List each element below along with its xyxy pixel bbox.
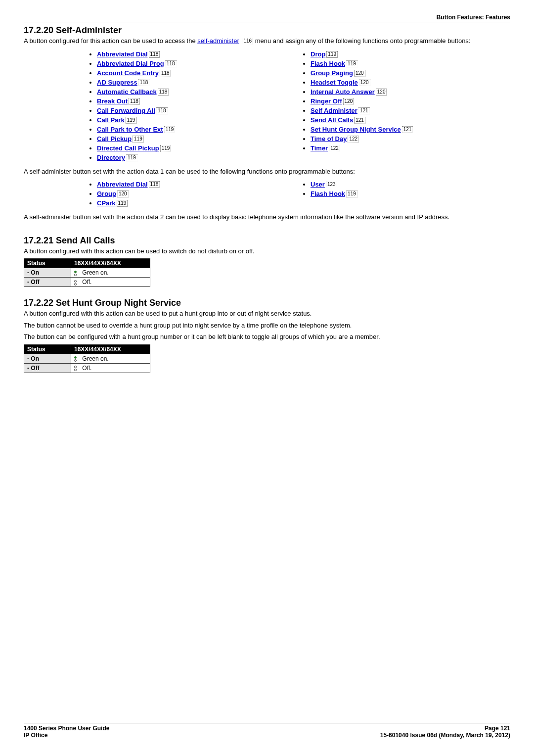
page-ref: 119 xyxy=(346,60,357,67)
intro-self-administer: A button configured for this action can … xyxy=(24,37,510,46)
feature-link[interactable]: Abbreviated Dial Prog xyxy=(97,60,164,67)
feature-link[interactable]: Drop xyxy=(311,50,325,58)
end-paragraph: A self-administer button set with the ac… xyxy=(24,213,510,222)
feature-list-right: Drop119Flash Hook119Group Paging120Heads… xyxy=(302,48,510,163)
status-cell: - Off xyxy=(24,363,71,373)
list-item: Abbreviated Dial Prog118 xyxy=(97,60,297,67)
page-ref: 120 xyxy=(117,190,129,197)
page-ref: 120 xyxy=(354,70,365,77)
feature-list2-left: Abbreviated Dial118Group120CPark119 xyxy=(88,179,297,209)
section-heading-hunt-group: 17.2.22 Set Hunt Group Night Service xyxy=(24,298,510,308)
table-row: - On Green on. xyxy=(24,354,150,363)
feature-list2-columns: Abbreviated Dial118Group120CPark119 User… xyxy=(24,179,510,209)
list-item: Abbreviated Dial118 xyxy=(97,50,297,58)
table-row: - Off Off. xyxy=(24,363,150,373)
value-text: Green on. xyxy=(81,355,109,362)
status-cell: - On xyxy=(24,268,71,278)
value-cell: Green on. xyxy=(71,354,150,363)
page-ref: 118 xyxy=(129,98,140,105)
feature-link[interactable]: Call Park xyxy=(97,116,125,124)
status-table-sac: Status 16XX/44XX/64XX - On Green on.- Of… xyxy=(24,258,150,287)
feature-link[interactable]: Break Out xyxy=(97,97,128,105)
list-item: Directed Call Pickup119 xyxy=(97,144,297,152)
hg-p2: The button cannot be used to override a … xyxy=(24,321,510,330)
hg-p1: A button configured with this action can… xyxy=(24,309,510,318)
page-ref: 120 xyxy=(343,98,355,105)
page-ref: 118 xyxy=(149,181,160,188)
page-ref: 119 xyxy=(126,154,137,161)
value-cell: Off. xyxy=(71,278,150,287)
feature-link[interactable]: Call Park to Other Ext xyxy=(97,126,163,133)
page-ref: 122 xyxy=(348,136,359,142)
feature-link[interactable]: Call Pickup xyxy=(97,135,132,142)
page-ref: 123 xyxy=(326,181,337,188)
feature-link[interactable]: Directed Call Pickup xyxy=(97,144,159,152)
feature-link[interactable]: Flash Hook xyxy=(311,190,345,197)
page-ref: 119 xyxy=(164,126,176,133)
feature-link[interactable]: Account Code Entry xyxy=(97,69,159,77)
footer-right: Page 121 15-601040 Issue 06d (Monday, Ma… xyxy=(380,725,510,739)
feature-list-left: Abbreviated Dial118Abbreviated Dial Prog… xyxy=(88,48,297,163)
feature-link[interactable]: User xyxy=(311,181,325,188)
lamp-icon xyxy=(74,356,79,362)
feature-link[interactable]: Directory xyxy=(97,154,125,161)
mid-paragraph: A self-administer button set with the ac… xyxy=(24,167,510,176)
page-ref: 122 xyxy=(329,145,340,152)
list-item: Drop119 xyxy=(311,50,510,58)
list-item: User123 xyxy=(311,181,510,188)
th-model: 16XX/44XX/64XX xyxy=(71,344,150,354)
feature-list2-right: User123Flash Hook119 xyxy=(302,179,510,209)
table-row: - On Green on. xyxy=(24,268,150,278)
feature-link[interactable]: Timer xyxy=(311,144,328,152)
feature-link[interactable]: Group Paging xyxy=(311,69,353,77)
intro-post-text: menu and assign any of the following fun… xyxy=(255,37,471,45)
list-item: Break Out118 xyxy=(97,97,297,105)
feature-link[interactable]: Call Forwarding All xyxy=(97,107,155,114)
status-cell: - On xyxy=(24,354,71,363)
hg-p3: The button can be configured with a hunt… xyxy=(24,332,510,341)
feature-link[interactable]: Self Administer xyxy=(311,107,357,114)
page-ref: 118 xyxy=(158,89,169,95)
page-ref: 118 xyxy=(149,51,160,58)
list-item: Headset Toggle120 xyxy=(311,79,510,86)
feature-link[interactable]: Send All Calls xyxy=(311,116,353,124)
intro-send-all-calls: A button configured with this action can… xyxy=(24,247,510,256)
list-item: Internal Auto Answer120 xyxy=(311,88,510,95)
value-text: Off. xyxy=(81,365,91,372)
list-item: Call Park119 xyxy=(97,116,297,124)
list-item: Ringer Off120 xyxy=(311,97,510,105)
list-item: Directory119 xyxy=(97,154,297,161)
feature-link[interactable]: Set Hunt Group Night Service xyxy=(311,126,401,133)
value-cell: Green on. xyxy=(71,268,150,278)
page-footer: 1400 Series Phone User Guide IP Office P… xyxy=(24,723,510,739)
page-ref: 118 xyxy=(160,70,171,77)
feature-link[interactable]: Ringer Off xyxy=(311,97,342,105)
page-ref: 119 xyxy=(346,190,357,197)
list-item: Timer122 xyxy=(311,144,510,152)
list-item: Set Hunt Group Night Service121 xyxy=(311,126,510,133)
feature-link[interactable]: Abbreviated Dial xyxy=(97,181,148,188)
footer-left-bottom: IP Office xyxy=(24,732,109,739)
feature-link[interactable]: Automatic Callback xyxy=(97,88,157,95)
page-ref: 119 xyxy=(117,200,128,207)
feature-link[interactable]: Internal Auto Answer xyxy=(311,88,375,95)
list-item: CPark119 xyxy=(97,199,297,207)
feature-link[interactable]: Headset Toggle xyxy=(311,79,358,86)
page-header-right: Button Features: Features xyxy=(24,14,510,22)
page-ref: 120 xyxy=(376,89,387,95)
feature-link[interactable]: CPark xyxy=(97,199,116,207)
feature-link[interactable]: Flash Hook xyxy=(311,60,345,67)
list-item: Group120 xyxy=(97,190,297,197)
feature-link[interactable]: Time of Day xyxy=(311,135,347,142)
feature-link[interactable]: Group xyxy=(97,190,116,197)
feature-link[interactable]: AD Suppress xyxy=(97,79,137,86)
value-text: Green on. xyxy=(81,269,109,276)
intro-pre-text: A button configured for this action can … xyxy=(24,37,197,45)
feature-link[interactable]: Abbreviated Dial xyxy=(97,50,148,58)
list-item: AD Suppress118 xyxy=(97,79,297,86)
th-model: 16XX/44XX/64XX xyxy=(71,259,150,268)
page-ref: 121 xyxy=(358,107,370,114)
section-heading-self-administer: 17.2.20 Self-Administer xyxy=(24,25,510,36)
link-self-administer[interactable]: self-administer xyxy=(197,37,239,45)
list-item: Send All Calls121 xyxy=(311,116,510,124)
